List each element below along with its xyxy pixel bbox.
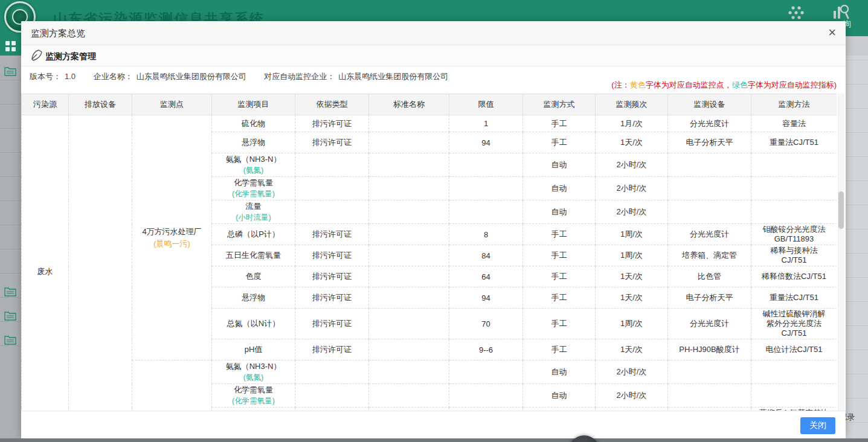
cell-monitor-equipment <box>668 177 751 200</box>
cell-monitor-method: 钼酸铵分光光度法 GB/T11893 <box>751 224 837 245</box>
cell-monitor-frequency: 1天/次 <box>596 287 668 309</box>
cell-standard-name <box>369 177 449 200</box>
cell-limit: 70 <box>449 309 523 339</box>
color-legend-note: (注：黄色字体为对应自动监控点，绿色字体为对应自动监控指标) <box>611 80 837 91</box>
cell-basis-type <box>295 177 369 200</box>
sidebar <box>0 36 21 438</box>
folder-icon[interactable] <box>4 335 16 345</box>
cell-monitor-mode: 手工 <box>523 309 596 339</box>
vertical-scrollbar-track[interactable] <box>838 94 844 411</box>
sidebar-separator <box>0 225 21 225</box>
monitor-item-name: 悬浮物 <box>214 137 292 148</box>
sidebar-separator <box>0 176 21 177</box>
monitor-item-name: 硫化物 <box>214 118 292 129</box>
cell-monitor-mode: 手工 <box>523 266 596 287</box>
cell-monitor-item: 硫化物 <box>212 115 295 132</box>
cell-basis-type: 排污许可证 <box>295 245 369 266</box>
cell-standard-name <box>369 115 449 132</box>
monitor-item-auto-label: (化学需氧量) <box>214 189 292 199</box>
monitor-item-name: 五日生化需氧量 <box>214 250 292 261</box>
cell-basis-type: 排污许可证 <box>295 224 369 245</box>
monitoring-plan-modal: 监测方案总览 × 监测方案管理 版本号：1.0 企业名称：山东晨鸣纸业集团股份有… <box>21 21 846 438</box>
cell-monitor-item: 色度 <box>212 266 295 287</box>
cell-monitor-mode: 自动 <box>523 153 596 177</box>
sidebar-separator <box>0 345 21 346</box>
sidebar-separator <box>0 321 21 322</box>
cell-basis-type: 排污许可证 <box>295 132 369 153</box>
cell-monitor-frequency: 1天/次 <box>596 132 668 153</box>
sidebar-separator <box>0 80 21 80</box>
cell-monitor-method <box>751 384 837 408</box>
sidebar-item-dashboard[interactable] <box>0 36 21 56</box>
folder-icon[interactable] <box>4 287 16 296</box>
cell-standard-name <box>369 132 449 153</box>
sidebar-separator <box>0 297 21 298</box>
cell-monitor-equipment: 电子分析天平 <box>668 132 751 153</box>
sidebar-separator <box>0 152 21 153</box>
note-prefix: (注： <box>611 80 629 89</box>
col-header-basis-type: 依据类型 <box>295 94 369 115</box>
cell-limit <box>449 360 523 384</box>
cell-monitor-equipment <box>668 153 751 177</box>
monitor-item-auto-label: (氨氮) <box>214 165 292 176</box>
cell-monitor-mode: 手工 <box>523 132 596 153</box>
monitor-item-name: 氨氮（NH3-N） <box>214 154 292 165</box>
cell-monitor-mode: 手工 <box>523 245 596 266</box>
cell-monitor-mode: 自动 <box>523 384 596 408</box>
cell-limit: 8 <box>449 224 523 245</box>
cell-basis-type: 排污许可证 <box>295 309 369 339</box>
auto-company-value: 山东晨鸣纸业集团股份有限公司 <box>338 72 448 81</box>
col-header-monitor-frequency: 监测频次 <box>596 94 668 115</box>
bottom-bar <box>0 438 868 442</box>
cell-standard-name <box>369 153 449 177</box>
cell-standard-name <box>369 339 449 360</box>
pen-icon <box>30 49 43 62</box>
cell-monitor-item: 化学需氧量(化学需氧量) <box>212 384 295 408</box>
cell-monitor-mode: 手工 <box>523 339 596 360</box>
close-icon[interactable]: × <box>828 25 836 40</box>
folder-icon[interactable] <box>4 311 16 321</box>
cell-monitor-frequency: 1月/次 <box>596 115 668 132</box>
cell-standard-name <box>369 360 449 384</box>
col-header-pollution-source: 污染源 <box>22 94 69 115</box>
cell-pollution-source: 废水 <box>22 115 69 411</box>
cell-monitor-item: 氨氮（NH3-N）(氨氮) <box>212 360 295 384</box>
cell-monitor-equipment <box>668 360 751 384</box>
sidebar-separator <box>0 128 21 129</box>
cell-monitor-frequency: 2小时/次 <box>596 200 668 224</box>
cell-monitor-item: 悬浮物 <box>212 132 295 153</box>
cell-limit: 94 <box>449 287 523 309</box>
sidebar-separator <box>0 273 21 274</box>
close-button[interactable]: 关闭 <box>800 417 835 434</box>
screen: 询 山东省污染源监测信息共享系统 记录 监测方案总览 × <box>0 0 868 442</box>
cell-monitor-mode: 自动 <box>523 360 596 384</box>
cell-basis-type: 排污许可证 <box>295 287 369 309</box>
table-header-row: 污染源 排放设备 监测点 监测项目 依据类型 标准名称 限值 监测方式 监测频次… <box>22 94 837 115</box>
cell-standard-name <box>369 200 449 224</box>
table-row: 氨氮（NH3-N）(氨氮)自动2小时/次 <box>22 360 837 384</box>
apps-dots-icon[interactable] <box>787 4 805 21</box>
cell-basis-type: 排污许可证 <box>295 266 369 287</box>
cell-standard-name <box>369 245 449 266</box>
company-value: 山东晨鸣纸业集团股份有限公司 <box>137 72 246 81</box>
cell-standard-name <box>369 266 449 287</box>
monitor-item-auto-label: (化学需氧量) <box>214 396 292 406</box>
cell-monitor-item: 悬浮物 <box>212 287 295 309</box>
cell-monitor-point: 4万方污水处理厂(晨鸣一污) <box>132 115 212 360</box>
monitor-point-name: 4万方污水处理厂 <box>135 226 209 237</box>
cell-monitor-method: 碱性过硫酸钾消解 紫外分光光度法 CJ/T51 <box>751 309 837 339</box>
cell-monitor-equipment: 比色管 <box>668 266 751 287</box>
col-header-monitor-equipment: 监测设备 <box>668 94 751 115</box>
table-row: 废水4万方污水处理厂(晨鸣一污)硫化物排污许可证1手工1月/次分光光度计容量法 <box>22 115 837 132</box>
note-green: 绿色 <box>732 80 748 89</box>
cell-basis-type <box>295 153 369 177</box>
sidebar-separator <box>0 200 21 201</box>
cell-monitor-frequency: 1周/次 <box>596 224 668 245</box>
cell-monitor-item: 总氮（以N计） <box>212 309 295 339</box>
vertical-scrollbar-thumb[interactable] <box>838 191 844 229</box>
modal-footer: 关闭 <box>21 411 846 438</box>
folder-icon[interactable] <box>4 66 16 76</box>
monitor-item-name: 总磷（以P计） <box>214 229 292 240</box>
note-yellow: 黄色 <box>630 80 646 89</box>
cell-standard-name <box>369 309 449 339</box>
